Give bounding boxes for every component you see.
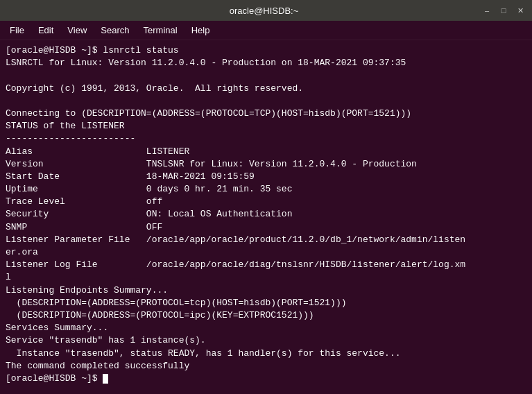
terminal-output[interactable]: [oracle@HISDB ~]$ lsnrctl status LSNRCTL… xyxy=(0,40,532,394)
output-line18: (DESCRIPTION=(ADDRESS=(PROTOCOL=tcp)(HOS… xyxy=(6,298,346,308)
output-line15b: er.ora xyxy=(6,247,38,257)
output-line7: ------------------------ xyxy=(6,133,135,144)
output-line6: STATUS of the LISTENER xyxy=(6,121,125,131)
cursor xyxy=(103,374,108,384)
minimize-button[interactable]: – xyxy=(481,4,493,17)
output-line5: Connecting to (DESCRIPTION=(ADDRESS=(PRO… xyxy=(6,108,411,119)
maximize-button[interactable]: □ xyxy=(497,4,510,17)
output-line16: Listener Log File /oracle/app/oracle/dia… xyxy=(6,259,465,270)
output-line17: Listening Endpoints Summary... xyxy=(6,285,168,296)
menu-edit[interactable]: Edit xyxy=(31,22,60,38)
menu-help[interactable]: Help xyxy=(185,22,217,38)
terminal-window: oracle@HISDB:~ – □ ✕ File Edit View Sear… xyxy=(0,0,532,394)
output-line9: Version TNSLSNR for Linux: Version 11.2.… xyxy=(6,159,417,169)
output-line16b: l xyxy=(6,272,11,282)
output-line20: Services Summary... xyxy=(6,323,108,333)
command-prompt-2: [oracle@HISDB ~]$ xyxy=(6,373,103,384)
output-line23: The command completed successfully xyxy=(6,361,189,371)
menu-file[interactable]: File xyxy=(3,22,31,38)
output-line15: Listener Parameter File /oracle/app/orac… xyxy=(6,234,465,245)
window-controls: – □ ✕ xyxy=(481,4,526,17)
window-title: oracle@HISDB:~ xyxy=(47,6,481,16)
menu-search[interactable]: Search xyxy=(94,22,136,38)
output-line13: Security ON: Local OS Authentication xyxy=(6,209,292,219)
output-line19: (DESCRIPTION=(ADDRESS=(PROTOCOL=ipc)(KEY… xyxy=(6,310,314,320)
output-line22: Instance "trasendb", status READY, has 1… xyxy=(6,348,401,359)
title-bar: oracle@HISDB:~ – □ ✕ xyxy=(0,0,532,21)
output-line14: SNMP OFF xyxy=(6,222,162,232)
output-line1: LSNRCTL for Linux: Version 11.2.0.4.0 - … xyxy=(6,58,406,68)
command-prompt-1: [oracle@HISDB ~]$ lsnrctl status xyxy=(6,45,179,55)
output-line11: Uptime 0 days 0 hr. 21 min. 35 sec xyxy=(6,184,292,194)
menu-bar: File Edit View Search Terminal Help xyxy=(0,21,532,40)
output-line10: Start Date 18-MAR-2021 09:15:59 xyxy=(6,171,255,182)
output-line21: Service "trasendb" has 1 instance(s). xyxy=(6,335,206,345)
output-line8: Alias LISTENER xyxy=(6,146,189,157)
menu-view[interactable]: View xyxy=(60,22,94,38)
output-line12: Trace Level off xyxy=(6,196,162,207)
menu-terminal[interactable]: Terminal xyxy=(137,22,185,38)
output-line3: Copyright (c) 1991, 2013, Oracle. All ri… xyxy=(6,83,303,94)
close-button[interactable]: ✕ xyxy=(514,4,526,17)
